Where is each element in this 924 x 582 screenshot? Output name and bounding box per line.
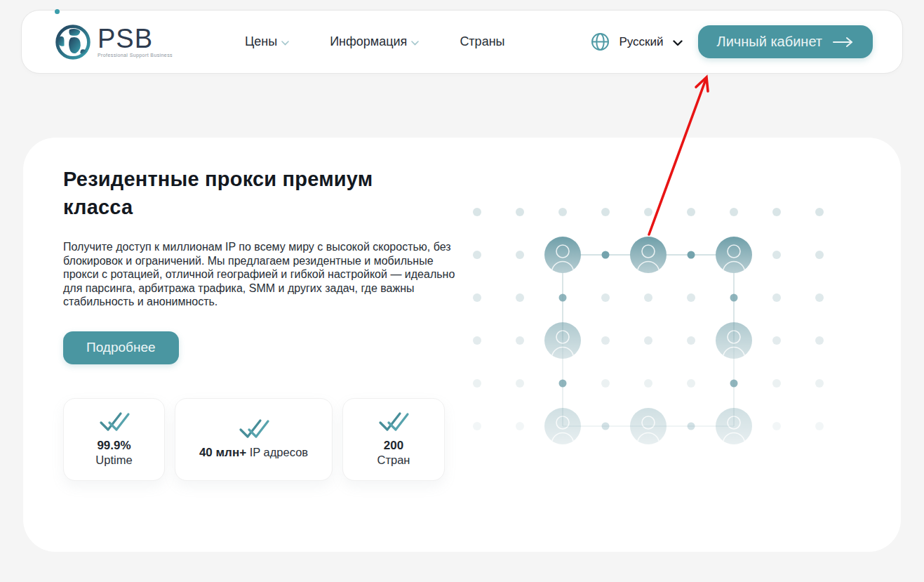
stat-label: Uptime: [95, 453, 132, 467]
stat-label: Стран: [377, 453, 410, 467]
logo-accent-dot: [55, 9, 60, 14]
stat-card-uptime: 99.9% Uptime: [63, 398, 165, 481]
arrow-right-icon: [832, 37, 854, 48]
network-avatars-graphic: [454, 193, 833, 446]
nav-item-prices[interactable]: Цены: [245, 34, 289, 49]
logo-name: PSB: [98, 26, 173, 51]
stat-card-ip-addresses: 40 млн+ IP адресов: [175, 398, 333, 481]
globe-outline-icon: [591, 32, 610, 51]
nav-item-countries[interactable]: Страны: [460, 34, 504, 49]
stat-card-countries: 200 Стран: [342, 398, 445, 481]
stats-row: 99.9% Uptime 40 млн+ IP адресов: [63, 398, 484, 481]
chevron-down-icon: [281, 41, 289, 46]
language-label: Русский: [619, 35, 663, 49]
stat-value: 200: [384, 439, 403, 452]
globe-icon: [55, 25, 91, 60]
hero-description: Получите доступ к миллионам IP по всему …: [63, 240, 460, 309]
double-check-icon: [377, 411, 410, 432]
chevron-down-icon: [411, 41, 419, 46]
double-check-icon: [98, 411, 130, 432]
header: PSB Professional Support Business Цены И…: [21, 10, 903, 74]
language-selector[interactable]: Русский: [591, 32, 682, 51]
account-button[interactable]: Личный кабинет: [698, 25, 873, 58]
details-button[interactable]: Подробнее: [63, 331, 179, 364]
stat-value: 40 млн+: [199, 446, 246, 459]
stat-value: 99.9%: [97, 439, 130, 452]
page-title: Резидентные прокси премиум класса: [63, 165, 428, 221]
chevron-down-icon: [673, 40, 683, 46]
hero-card: Резидентные прокси премиум класса Получи…: [23, 138, 901, 552]
nav-item-information[interactable]: Информация: [330, 34, 419, 49]
double-check-icon: [238, 418, 270, 439]
main-nav: Цены Информация Страны: [245, 34, 505, 49]
logo-tagline: Professional Support Business: [98, 53, 173, 58]
stat-label: IP адресов: [250, 446, 308, 458]
logo[interactable]: PSB Professional Support Business: [55, 25, 173, 60]
